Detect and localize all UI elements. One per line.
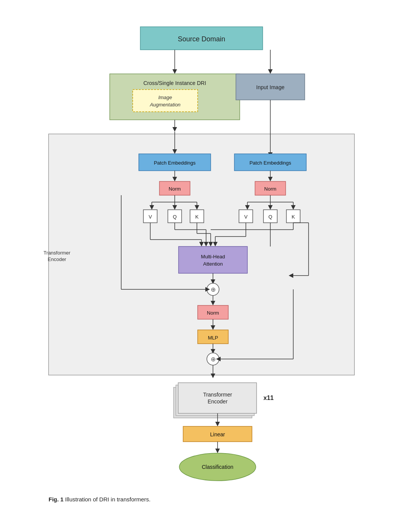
svg-rect-10 bbox=[133, 90, 198, 112]
te-stack-label-line1: Transformer bbox=[203, 392, 232, 398]
fig-caption-bold: Fig. 1 bbox=[49, 496, 63, 503]
svg-text:Classification: Classification bbox=[202, 464, 233, 470]
svg-text:Norm: Norm bbox=[264, 186, 276, 192]
svg-text:Q: Q bbox=[173, 214, 177, 220]
augmentation-label-line1: Image bbox=[158, 95, 172, 100]
svg-text:⊕: ⊕ bbox=[211, 286, 216, 293]
svg-marker-124 bbox=[215, 422, 220, 426]
svg-text:K: K bbox=[292, 214, 295, 220]
svg-text:Norm: Norm bbox=[169, 186, 181, 192]
mha-label-line2: Attention bbox=[203, 261, 223, 267]
classification-label: Classification bbox=[202, 464, 233, 470]
svg-text:⊕: ⊕ bbox=[211, 356, 216, 362]
linear-label: Linear bbox=[210, 431, 225, 437]
augmentation-label-line2: Augmentation bbox=[150, 102, 180, 108]
right-patch-embed-label: Patch Embeddings bbox=[249, 160, 291, 166]
svg-text:Image: Image bbox=[158, 95, 172, 100]
left-v-label: V bbox=[149, 214, 152, 220]
svg-marker-3 bbox=[172, 69, 177, 74]
svg-text:Transformer: Transformer bbox=[203, 392, 232, 398]
svg-text:Q: Q bbox=[268, 214, 272, 220]
svg-marker-14 bbox=[172, 127, 177, 132]
bottom-norm-label: Norm bbox=[207, 310, 219, 316]
svg-text:Encoder: Encoder bbox=[48, 256, 67, 262]
right-v-label: V bbox=[244, 214, 248, 220]
transformer-encoder-outer-label-line1: Transformer bbox=[44, 250, 71, 256]
svg-marker-5 bbox=[268, 69, 273, 74]
svg-rect-89 bbox=[179, 246, 247, 273]
svg-text:Transformer: Transformer bbox=[44, 250, 71, 256]
svg-text:MLP: MLP bbox=[208, 335, 218, 341]
svg-rect-119 bbox=[178, 383, 257, 413]
te-stack-label-line2: Encoder bbox=[208, 398, 227, 405]
fig-caption-text: Illustration of DRI in transformers. bbox=[65, 496, 150, 503]
svg-text:V: V bbox=[149, 214, 152, 220]
svg-text:Input Image: Input Image bbox=[256, 84, 284, 90]
architecture-diagram: Source Domain Cross/Single Instance DRI … bbox=[26, 15, 377, 513]
left-norm-label: Norm bbox=[169, 186, 181, 192]
right-q-label: Q bbox=[268, 214, 272, 220]
svg-text:Cross/Single Instance DRI: Cross/Single Instance DRI bbox=[143, 80, 206, 86]
svg-text:Source Domain: Source Domain bbox=[178, 35, 225, 43]
right-k-label: K bbox=[292, 214, 295, 220]
svg-text:Patch Embeddings: Patch Embeddings bbox=[249, 160, 291, 166]
svg-text:Norm: Norm bbox=[207, 310, 219, 316]
mha-label-line1: Multi-Head bbox=[201, 254, 225, 259]
transformer-encoder-outer-label-line2: Encoder bbox=[48, 256, 67, 262]
svg-text:x11: x11 bbox=[263, 395, 274, 401]
svg-text:Multi-Head: Multi-Head bbox=[201, 254, 225, 259]
svg-text:Fig. 1
        Illustration of: Fig. 1 Illustration of DRI in transforme… bbox=[49, 496, 151, 503]
svg-text:Encoder: Encoder bbox=[208, 398, 227, 405]
svg-text:Attention: Attention bbox=[203, 261, 223, 267]
mlp-label: MLP bbox=[208, 335, 218, 341]
diagram-container: Source Domain Cross/Single Instance DRI … bbox=[26, 15, 377, 513]
svg-text:K: K bbox=[195, 214, 199, 220]
svg-marker-128 bbox=[215, 449, 220, 453]
dri-label: Cross/Single Instance DRI bbox=[143, 80, 206, 86]
svg-marker-116 bbox=[211, 374, 215, 378]
x11-label: x11 bbox=[263, 395, 274, 401]
source-domain-label: Source Domain bbox=[178, 35, 225, 43]
left-patch-embed-label: Patch Embeddings bbox=[154, 160, 196, 166]
input-image-label: Input Image bbox=[256, 84, 284, 90]
svg-text:Linear: Linear bbox=[210, 431, 225, 437]
left-q-label: Q bbox=[173, 214, 177, 220]
svg-text:Patch Embeddings: Patch Embeddings bbox=[154, 160, 196, 166]
svg-text:Augmentation: Augmentation bbox=[150, 102, 180, 108]
svg-text:V: V bbox=[244, 214, 248, 220]
right-norm-label: Norm bbox=[264, 186, 276, 192]
left-k-label: K bbox=[195, 214, 199, 220]
